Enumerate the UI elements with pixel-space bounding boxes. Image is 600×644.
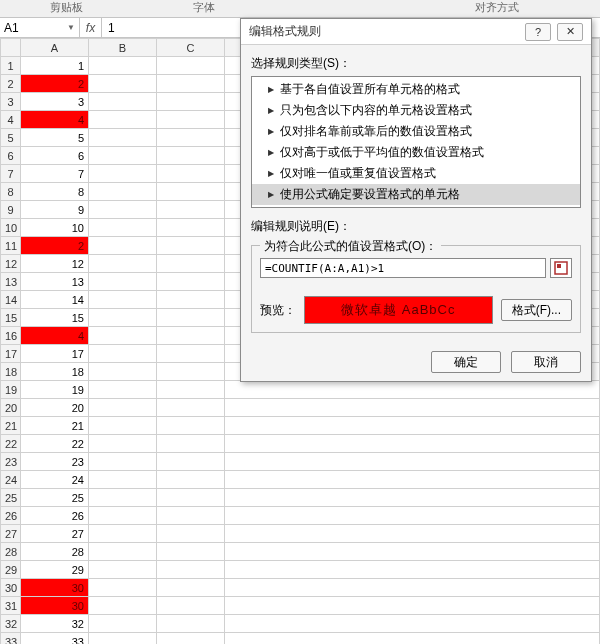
cell[interactable] — [89, 75, 157, 93]
cell[interactable] — [89, 327, 157, 345]
cell[interactable]: 18 — [21, 363, 89, 381]
ok-button[interactable]: 确定 — [431, 351, 501, 373]
rule-type-option[interactable]: 只为包含以下内容的单元格设置格式 — [252, 100, 580, 121]
cell[interactable] — [89, 255, 157, 273]
cell[interactable]: 33 — [21, 633, 89, 645]
row-header[interactable]: 4 — [1, 111, 21, 129]
cell[interactable]: 30 — [21, 579, 89, 597]
cell[interactable] — [157, 417, 225, 435]
row-header[interactable]: 5 — [1, 129, 21, 147]
cell[interactable]: 8 — [21, 183, 89, 201]
cell[interactable] — [89, 489, 157, 507]
formula-input[interactable] — [260, 258, 546, 278]
cell[interactable]: 23 — [21, 453, 89, 471]
column-header-C[interactable]: C — [157, 39, 225, 57]
select-all-corner[interactable] — [1, 39, 21, 57]
cell[interactable] — [89, 597, 157, 615]
row-header[interactable]: 19 — [1, 381, 21, 399]
row-header[interactable]: 26 — [1, 507, 21, 525]
row-header[interactable]: 6 — [1, 147, 21, 165]
cell[interactable] — [89, 399, 157, 417]
cell[interactable] — [89, 543, 157, 561]
cell[interactable] — [157, 507, 225, 525]
cell[interactable] — [157, 309, 225, 327]
cell[interactable]: 29 — [21, 561, 89, 579]
cell[interactable] — [157, 111, 225, 129]
cell[interactable] — [157, 273, 225, 291]
cell[interactable] — [225, 543, 600, 561]
cell[interactable] — [89, 111, 157, 129]
cell[interactable] — [157, 129, 225, 147]
row-header[interactable]: 21 — [1, 417, 21, 435]
cell[interactable]: 13 — [21, 273, 89, 291]
rule-type-option[interactable]: 使用公式确定要设置格式的单元格 — [252, 184, 580, 205]
cell[interactable]: 6 — [21, 147, 89, 165]
row-header[interactable]: 33 — [1, 633, 21, 645]
cell[interactable] — [157, 399, 225, 417]
cell[interactable]: 30 — [21, 597, 89, 615]
cell[interactable] — [225, 471, 600, 489]
cell[interactable] — [157, 183, 225, 201]
cell[interactable] — [157, 471, 225, 489]
cell[interactable]: 24 — [21, 471, 89, 489]
row-header[interactable]: 27 — [1, 525, 21, 543]
cell[interactable] — [89, 165, 157, 183]
cell[interactable] — [225, 453, 600, 471]
cell[interactable] — [157, 255, 225, 273]
cell[interactable] — [157, 489, 225, 507]
cell[interactable] — [89, 471, 157, 489]
row-header[interactable]: 29 — [1, 561, 21, 579]
column-header-B[interactable]: B — [89, 39, 157, 57]
row-header[interactable]: 18 — [1, 363, 21, 381]
rule-type-option[interactable]: 基于各自值设置所有单元格的格式 — [252, 79, 580, 100]
row-header[interactable]: 30 — [1, 579, 21, 597]
row-header[interactable]: 7 — [1, 165, 21, 183]
cell[interactable]: 20 — [21, 399, 89, 417]
cell[interactable] — [225, 489, 600, 507]
cell[interactable]: 17 — [21, 345, 89, 363]
row-header[interactable]: 17 — [1, 345, 21, 363]
cell[interactable]: 3 — [21, 93, 89, 111]
cell[interactable] — [89, 345, 157, 363]
cell[interactable]: 19 — [21, 381, 89, 399]
cell[interactable]: 2 — [21, 237, 89, 255]
cell[interactable]: 28 — [21, 543, 89, 561]
cell[interactable] — [157, 435, 225, 453]
cell[interactable] — [89, 201, 157, 219]
cell[interactable] — [225, 417, 600, 435]
close-button[interactable]: ✕ — [557, 23, 583, 41]
cell[interactable]: 15 — [21, 309, 89, 327]
cell[interactable] — [225, 381, 600, 399]
cell[interactable] — [225, 399, 600, 417]
cell[interactable]: 9 — [21, 201, 89, 219]
cell[interactable] — [89, 309, 157, 327]
cell[interactable] — [89, 363, 157, 381]
cell[interactable] — [89, 237, 157, 255]
cell[interactable] — [89, 381, 157, 399]
cell[interactable] — [157, 75, 225, 93]
cell[interactable] — [89, 273, 157, 291]
cell[interactable] — [157, 327, 225, 345]
cell[interactable] — [157, 291, 225, 309]
cell[interactable]: 5 — [21, 129, 89, 147]
row-header[interactable]: 23 — [1, 453, 21, 471]
cell[interactable] — [89, 129, 157, 147]
chevron-down-icon[interactable]: ▼ — [67, 23, 75, 32]
cell[interactable] — [157, 453, 225, 471]
fx-icon[interactable]: fx — [80, 18, 102, 37]
cell[interactable]: 21 — [21, 417, 89, 435]
cell[interactable] — [157, 543, 225, 561]
cell[interactable] — [157, 363, 225, 381]
row-header[interactable]: 16 — [1, 327, 21, 345]
row-header[interactable]: 9 — [1, 201, 21, 219]
cell[interactable] — [157, 147, 225, 165]
cell[interactable]: 7 — [21, 165, 89, 183]
cell[interactable] — [89, 525, 157, 543]
rule-type-option[interactable]: 仅对排名靠前或靠后的数值设置格式 — [252, 121, 580, 142]
rule-type-list[interactable]: 基于各自值设置所有单元格的格式只为包含以下内容的单元格设置格式仅对排名靠前或靠后… — [251, 76, 581, 208]
name-box[interactable]: A1 ▼ — [0, 18, 80, 37]
cell[interactable] — [89, 57, 157, 75]
cell[interactable] — [89, 435, 157, 453]
cell[interactable] — [89, 561, 157, 579]
row-header[interactable]: 13 — [1, 273, 21, 291]
